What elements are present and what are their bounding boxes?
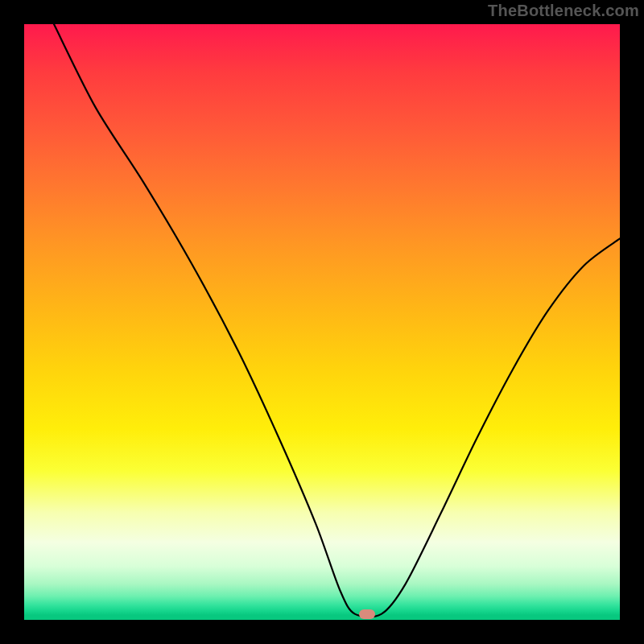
plot-area bbox=[24, 24, 620, 620]
chart-frame: TheBottleneck.com bbox=[0, 0, 644, 644]
sweet-spot-marker bbox=[359, 609, 375, 619]
curve-line bbox=[54, 24, 620, 617]
bottleneck-curve bbox=[24, 24, 620, 620]
watermark-text: TheBottleneck.com bbox=[488, 2, 639, 20]
